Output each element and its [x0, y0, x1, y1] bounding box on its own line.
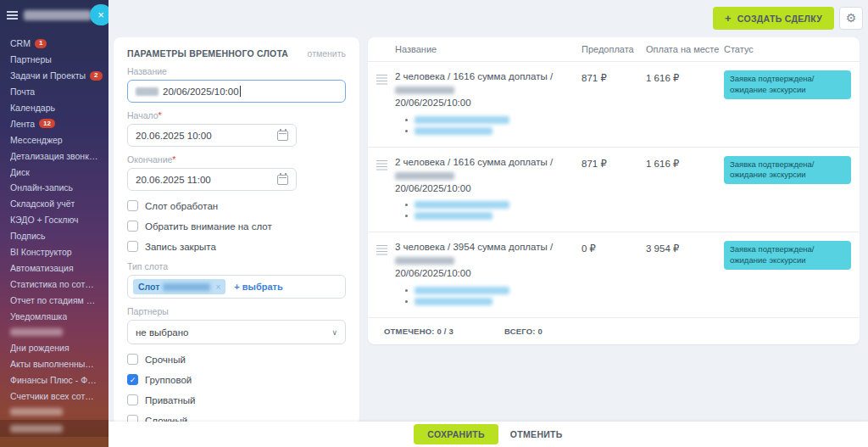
notification-badge: 2 — [90, 71, 102, 81]
sidebar-item-акты-выполненных-работ[interactable]: Акты выполненных работ — [10, 356, 108, 372]
booking-title-cell: 2 человека / 1616 сумма доплаты / 20/06/… — [395, 70, 581, 138]
sidebar-header: × — [0, 0, 108, 31]
booking-title: 2 человека / 1616 сумма доплаты / 20/06/… — [395, 70, 581, 110]
table-header: Название Предоплата Оплата на месте Стат… — [368, 37, 860, 62]
sidebar-item-онлайн-запись[interactable]: Онлайн-запись — [10, 180, 108, 196]
sidebar-item-финансы-плюс-финан-[interactable]: Финансы Плюс - Финан... — [10, 372, 108, 388]
checkbox-слот-обработан[interactable]: Слот обработан — [127, 200, 346, 211]
slot-params-panel: ПАРАМЕТРЫ ВРЕМЕННОГО СЛОТА отменить Назв… — [114, 37, 359, 426]
sidebar-close-button[interactable]: × — [90, 4, 108, 25]
table-footer: ОТМЕЧЕНО: 0 / 3 ВСЕГО: 0 — [368, 318, 860, 344]
checkbox-unchecked-icon[interactable] — [127, 221, 138, 232]
checkbox-срочный[interactable]: Срочный — [127, 354, 346, 365]
redacted-link-text — [415, 127, 492, 135]
drag-handle-icon[interactable] — [376, 75, 387, 75]
save-button[interactable]: СОХРАНИТЬ — [414, 424, 498, 444]
calendar-icon[interactable] — [277, 131, 288, 141]
checkbox-label: Приватный — [145, 395, 196, 405]
booking-title-cell: 3 человека / 3954 сумма доплаты / 20/06/… — [395, 241, 581, 309]
bullet-icon — [405, 289, 408, 292]
calendar-icon[interactable] — [277, 175, 288, 185]
onsite-amount: 1 616 ₽ — [646, 70, 724, 84]
bullet-icon — [405, 119, 408, 121]
sidebar-item-label: Финансы Плюс - Финан... — [10, 375, 98, 385]
redacted-link-text — [415, 212, 492, 220]
sidebar-item-label: Статистика по сотрудн... — [10, 279, 98, 289]
booking-link-item[interactable] — [405, 298, 581, 305]
checkbox-group-b: Срочный✓ГрупповойПриватныйСложный — [127, 354, 346, 426]
sidebar-item-почта[interactable]: Почта — [10, 84, 108, 100]
slot-type-add-link[interactable]: + выбрать — [234, 282, 282, 292]
checkbox-обратить-внимание-на-слот[interactable]: Обратить внимание на слот — [127, 221, 346, 232]
checkbox-unchecked-icon[interactable] — [127, 394, 138, 405]
sidebar-item-кэдо-госключ[interactable]: КЭДО + Госключ — [10, 212, 108, 228]
checkbox-label: Запись закрыта — [145, 242, 216, 252]
cancel-button[interactable]: ОТМЕНИТЬ — [510, 429, 563, 439]
drag-handle-icon[interactable] — [376, 160, 387, 161]
checkbox-групповой[interactable]: ✓Групповой — [127, 374, 346, 385]
hamburger-menu-icon[interactable] — [7, 11, 18, 13]
sidebar-item-лента[interactable]: Лента12 — [10, 115, 108, 131]
sidebar-item-redacted[interactable] — [0, 420, 108, 437]
checkbox-приватный[interactable]: Приватный — [127, 394, 346, 405]
sidebar-item-мессенджер[interactable]: Мессенджер — [10, 131, 108, 148]
checkbox-unchecked-icon[interactable] — [127, 241, 138, 252]
table-row[interactable]: 2 человека / 1616 сумма доплаты / 20/06/… — [368, 62, 860, 148]
sidebar-item-дни-рождения[interactable]: Дни рождения — [10, 340, 108, 356]
sidebar-item-label: CRM — [10, 38, 31, 48]
slot-type-field[interactable]: Слот × + выбрать — [127, 275, 346, 299]
checkbox-unchecked-icon[interactable] — [127, 354, 138, 365]
panel-cancel-link[interactable]: отменить — [308, 48, 346, 59]
tag-remove-icon[interactable]: × — [215, 282, 220, 292]
sidebar-item-складской-учёт[interactable]: Складской учёт — [10, 196, 108, 212]
sidebar-item-партнеры[interactable]: Партнеры — [10, 52, 108, 68]
sidebar-item-label: Счетчики всех сотрудн... — [10, 391, 98, 401]
start-label: Начало* — [127, 110, 346, 120]
column-prepayment: Предоплата — [581, 44, 646, 54]
table-row[interactable]: 3 человека / 3954 сумма доплаты / 20/06/… — [368, 232, 860, 318]
table-row[interactable]: 2 человека / 1616 сумма доплаты / 20/06/… — [368, 148, 860, 233]
checkbox-запись-закрыта[interactable]: Запись закрыта — [127, 241, 346, 252]
checkbox-label: Обратить внимание на слот — [145, 221, 272, 232]
booking-link-item[interactable] — [405, 116, 581, 124]
start-datetime-input[interactable]: 20.06.2025 10:00 — [127, 124, 297, 147]
sidebar-item-счетчики-всех-сотрудн-[interactable]: Счетчики всех сотрудн... — [10, 388, 108, 405]
booking-link-item[interactable] — [405, 287, 581, 294]
sidebar-item-диск[interactable]: Диск — [10, 164, 108, 180]
booking-title: 3 человека / 3954 сумма доплаты / 20/06/… — [395, 241, 581, 281]
sidebar-item-redacted[interactable] — [10, 404, 108, 420]
tag-redacted-part — [163, 283, 210, 291]
sidebar-item-статистика-по-сотрудн-[interactable]: Статистика по сотрудн... — [10, 276, 108, 292]
redacted-client-name — [395, 87, 454, 94]
partners-label: Партнеры — [127, 306, 346, 316]
settings-gear-button[interactable]: ⚙ — [839, 7, 863, 30]
booking-link-item[interactable] — [405, 201, 581, 209]
sidebar-item-задачи-и-проекты[interactable]: Задачи и Проекты2 — [10, 68, 108, 84]
sidebar-item-уведомляшка[interactable]: Уведомляшка — [10, 308, 108, 324]
create-deal-button[interactable]: +СОЗДАТЬ СДЕЛКУ — [713, 7, 834, 30]
sidebar-item-детализация-звонков[interactable]: Детализация звонков — [10, 148, 108, 164]
sidebar-item-календарь[interactable]: Календарь — [10, 100, 108, 116]
booking-links-list — [405, 116, 581, 135]
sidebar-item-отчет-по-стадиям-сдел-[interactable]: Отчет по стадиям сдел... — [10, 292, 108, 308]
booking-link-item[interactable] — [405, 127, 581, 135]
bookings-table: Название Предоплата Оплата на месте Стат… — [368, 37, 860, 344]
sidebar-item-bi-конструктор[interactable]: BI Конструктор — [10, 244, 108, 260]
footer-action-bar: СОХРАНИТЬ ОТМЕНИТЬ — [108, 422, 868, 447]
sidebar-item-crm[interactable]: CRM1 — [10, 36, 108, 52]
booking-links-list — [405, 201, 581, 220]
end-datetime-input[interactable]: 20.06.2025 11:00 — [127, 168, 297, 191]
partners-select[interactable]: не выбрано∨ — [127, 320, 346, 344]
sidebar-item-label: Лента — [10, 119, 35, 129]
column-onsite: Оплата на месте — [646, 44, 724, 54]
drag-handle-icon[interactable] — [376, 245, 387, 246]
checkbox-unchecked-icon[interactable] — [127, 200, 138, 211]
sidebar-item-подпись[interactable]: Подпись — [10, 228, 108, 244]
status-badge: Заявка подтверждена/ожидание экскурсии — [724, 156, 851, 185]
sidebar-item-redacted[interactable] — [10, 324, 108, 340]
booking-link-item[interactable] — [405, 212, 581, 220]
sidebar-item-автоматизация[interactable]: Автоматизация — [10, 260, 108, 276]
name-input[interactable]: 20/06/2025/10:00 — [127, 80, 346, 103]
slot-type-tag[interactable]: Слот × — [133, 279, 225, 294]
checkbox-checked-icon[interactable]: ✓ — [127, 374, 138, 385]
